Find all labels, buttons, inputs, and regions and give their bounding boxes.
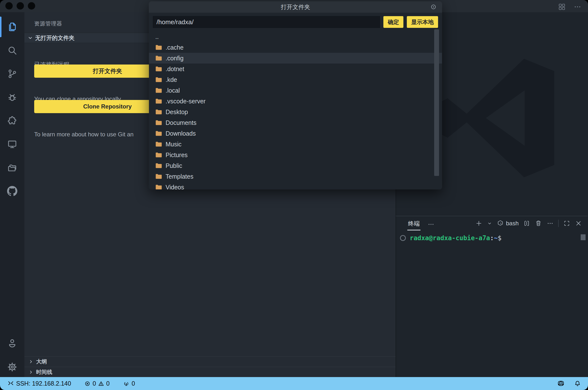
puzzle-icon bbox=[7, 115, 18, 126]
ports-indicator[interactable]: 0 bbox=[123, 380, 135, 387]
folder-icon bbox=[155, 88, 162, 93]
search-icon bbox=[7, 45, 18, 56]
dialog-title: 打开文件夹 bbox=[281, 3, 310, 11]
file-list-item[interactable]: .dotnet bbox=[149, 63, 442, 74]
activity-bar bbox=[0, 12, 24, 377]
file-name: .config bbox=[166, 55, 184, 62]
eye-icon[interactable] bbox=[430, 3, 437, 11]
prompt-text: radxa@radxa-cubie-a7a:~$ bbox=[410, 234, 502, 242]
sidebar-item-explorer[interactable] bbox=[0, 15, 24, 39]
file-list-item[interactable]: Pictures bbox=[149, 149, 442, 160]
problems-indicator[interactable]: 0 0 bbox=[84, 380, 110, 387]
terminal-scrollbar-thumb[interactable] bbox=[581, 234, 586, 240]
section-outline[interactable]: 大纲 bbox=[24, 356, 396, 367]
remote-icon bbox=[7, 380, 14, 387]
chevron-right-icon bbox=[28, 369, 34, 375]
folder-icon bbox=[155, 55, 162, 61]
remote-indicator[interactable]: SSH: 192.168.2.140 bbox=[7, 380, 71, 387]
folder-icon bbox=[155, 98, 162, 104]
more-ellipsis-icon[interactable] bbox=[427, 221, 435, 228]
zoom-window-button[interactable] bbox=[28, 2, 35, 9]
chevron-right-icon bbox=[28, 359, 34, 364]
bell-icon[interactable] bbox=[574, 380, 581, 387]
command-decoration-icon[interactable] bbox=[400, 235, 406, 241]
chevron-down-icon[interactable] bbox=[487, 221, 492, 226]
show-local-button[interactable]: 显示本地 bbox=[407, 16, 438, 28]
file-name: Music bbox=[166, 141, 181, 148]
person-icon bbox=[7, 338, 18, 348]
error-count: 0 bbox=[92, 380, 96, 387]
git-branch-icon bbox=[7, 68, 18, 79]
file-list-item[interactable]: .local bbox=[149, 85, 442, 96]
close-panel-icon[interactable] bbox=[575, 220, 582, 227]
sidebar-item-search[interactable] bbox=[0, 39, 24, 62]
gear-icon bbox=[7, 362, 18, 372]
git-learn-text: To learn more about how to use Git an bbox=[34, 131, 133, 138]
svg-text:$: $ bbox=[500, 222, 502, 225]
sidebar-item-source-control[interactable] bbox=[0, 62, 24, 86]
file-list-item[interactable]: .cache bbox=[149, 42, 442, 53]
file-list-item[interactable]: Templates bbox=[149, 171, 442, 182]
folder-icon bbox=[155, 184, 162, 189]
chevron-down-icon bbox=[27, 35, 33, 41]
shell-selector[interactable]: $ bash bbox=[497, 220, 519, 227]
bash-cube-icon: $ bbox=[497, 220, 504, 227]
folder-icon bbox=[155, 152, 162, 158]
copilot-icon[interactable] bbox=[556, 379, 566, 388]
file-name: Downloads bbox=[166, 130, 196, 137]
file-list-item[interactable]: Videos bbox=[149, 182, 442, 189]
sidebar-item-run-debug[interactable] bbox=[0, 86, 24, 109]
file-list-item[interactable]: .vscode-server bbox=[149, 96, 442, 106]
tab-terminal[interactable]: 终端 bbox=[407, 220, 420, 230]
minimize-window-button[interactable] bbox=[17, 2, 24, 9]
folder-icon bbox=[155, 120, 162, 126]
folder-icon bbox=[155, 163, 162, 169]
settings-button[interactable] bbox=[0, 355, 24, 379]
close-window-button[interactable] bbox=[5, 2, 13, 9]
port-count: 0 bbox=[132, 380, 135, 387]
trash-icon[interactable] bbox=[535, 220, 542, 227]
timeline-label: 时间线 bbox=[36, 369, 52, 376]
more-ellipsis-icon[interactable] bbox=[546, 220, 554, 227]
warning-icon bbox=[98, 381, 104, 387]
path-input[interactable] bbox=[153, 16, 380, 28]
file-list-item[interactable]: Downloads bbox=[149, 128, 442, 139]
maximize-panel-icon[interactable] bbox=[563, 220, 570, 227]
sidebar-item-github[interactable] bbox=[0, 179, 24, 203]
file-list-item[interactable]: .config bbox=[149, 53, 442, 63]
error-icon bbox=[84, 381, 91, 387]
prompt-cwd: ~ bbox=[494, 234, 498, 242]
open-folder-dialog: 打开文件夹 确定 显示本地 .. .cache .config .dotnet … bbox=[149, 1, 442, 189]
terminal-panel: 终端 $ bash radxa@radxa-cubie-a7a:~$ bbox=[396, 216, 588, 377]
new-terminal-plus-icon[interactable] bbox=[475, 220, 483, 227]
sidebar-title: 资源管理器 bbox=[34, 20, 62, 27]
folder-icon bbox=[155, 141, 162, 147]
sidebar-item-remote-explorer[interactable] bbox=[0, 132, 24, 156]
file-list-item[interactable]: .. bbox=[149, 31, 442, 42]
file-name: Desktop bbox=[166, 108, 188, 116]
prompt-separator: : bbox=[490, 234, 494, 242]
github-icon bbox=[7, 186, 17, 196]
file-list-item[interactable]: .kde bbox=[149, 74, 442, 85]
dialog-scrollbar-thumb[interactable] bbox=[434, 29, 439, 176]
file-list-item[interactable]: Public bbox=[149, 160, 442, 171]
layout-grid-icon[interactable] bbox=[558, 3, 566, 11]
more-ellipsis-icon[interactable] bbox=[573, 3, 582, 11]
file-list-item[interactable]: Desktop bbox=[149, 106, 442, 117]
file-name: Documents bbox=[166, 119, 196, 126]
vscode-window: 资源管理器 无打开的文件夹 已连接到远程。 打开文件夹 You can clon… bbox=[0, 0, 588, 390]
folder-icon bbox=[155, 109, 162, 115]
split-terminal-icon[interactable] bbox=[523, 220, 530, 227]
ok-button[interactable]: 确定 bbox=[383, 16, 403, 28]
dialog-titlebar[interactable]: 打开文件夹 bbox=[149, 1, 442, 13]
account-button[interactable] bbox=[0, 331, 24, 355]
file-list-item[interactable]: Documents bbox=[149, 117, 442, 128]
sidebar-item-extensions[interactable] bbox=[0, 109, 24, 132]
folder-icon bbox=[155, 131, 162, 136]
section-timeline[interactable]: 时间线 bbox=[24, 367, 396, 377]
terminal-content[interactable]: radxa@radxa-cubie-a7a:~$ bbox=[396, 231, 588, 377]
file-name: .local bbox=[166, 87, 180, 94]
file-list-item[interactable]: Music bbox=[149, 139, 442, 149]
sidebar-item-folder-library[interactable] bbox=[0, 156, 24, 179]
traffic-lights bbox=[5, 2, 35, 9]
